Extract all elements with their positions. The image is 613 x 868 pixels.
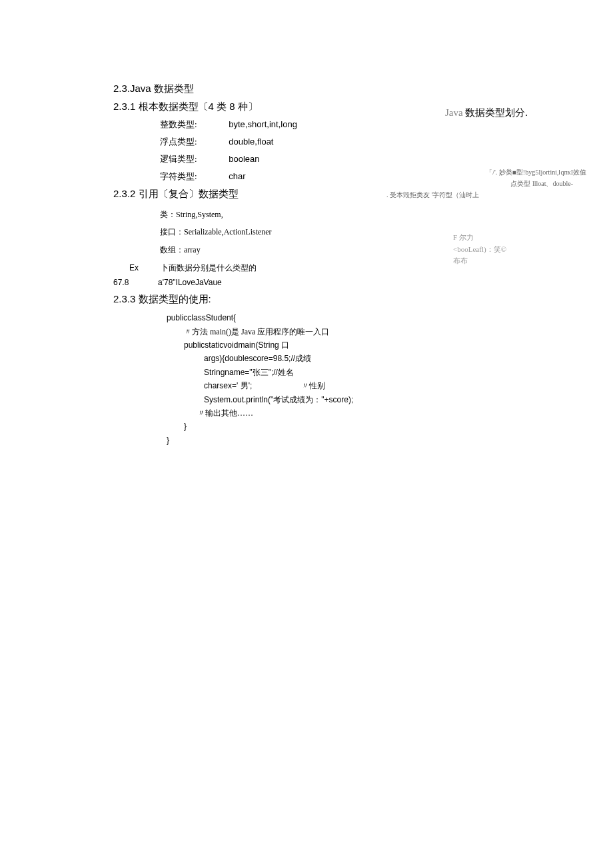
faded-line: 「/'. 妙类■型!byg5Ijortini,ⅠqпкI效值 (386, 167, 586, 178)
ex-val-a: 67.8 (113, 278, 156, 287)
type-value: char (229, 171, 245, 181)
type-label: 浮点类型: (160, 136, 213, 148)
faded-line: . 受本毁拒类友 '字符型（汕时上 (386, 189, 586, 201)
code-line: args){doublescore=98.5;//成绩 (204, 352, 560, 365)
code-line: Stringname="张三";//姓名 (204, 368, 294, 377)
type-label: 字符类型: (160, 171, 213, 183)
type-row-float: 浮点类型: double,float (160, 136, 560, 148)
right-faded-block: 「/'. 妙类■型!byg5Ijortini,ⅠqпкI效值 点类型 llloa… (386, 167, 586, 201)
code-line: publicclassStudent{ (167, 311, 560, 324)
code-block: publicclassStudent{ 〃方法 main()是 Java 应用程… (167, 311, 560, 447)
right-title: Java Java 数据类型划分.数据类型划分. (400, 107, 573, 119)
code-line: System.out.println("考试成绩为："+score); (204, 393, 560, 406)
type-label: 逻辑类型: (160, 153, 213, 165)
section-2-3-title: 2.3.Java 数据类型 (113, 83, 560, 95)
faded-line: 布布 (453, 255, 506, 267)
type-label: 整数类型: (160, 119, 213, 131)
code-line: 〃性别 (301, 381, 325, 390)
faded-line: <booLeafl)：笑© (453, 244, 506, 256)
code-line: 〃方法 main()是 Java 应用程序的唯一入口 (184, 325, 560, 338)
code-line: 〃输出其他…… (197, 406, 560, 420)
code-line: charsex=' 男'; (204, 381, 252, 390)
ex-text: 卜面数据分别是什么类型的 (161, 263, 257, 272)
type-value: double,float (229, 137, 273, 147)
code-line: } (167, 434, 560, 447)
type-value: boolean (229, 154, 259, 164)
type-row-bool: 逻辑类型: boolean (160, 153, 560, 165)
right-faded-block-2: F 尔力 <booLeafl)：笑© 布布 (453, 232, 506, 267)
faded-line: 点类型 llloat、double- (386, 178, 586, 189)
faded-line: F 尔力 (453, 232, 506, 244)
type-row-int: 整数类型: byte,short,int,long (160, 119, 560, 131)
section-2-3-3-title: 2.3.3 数据类型的使用: (113, 293, 560, 306)
code-line: publicstaticvoidmain(String 口 (184, 338, 560, 352)
ref-class: 类：String,System, (160, 206, 560, 223)
ex-val-b: a'78"ILoveJaVaue (158, 278, 222, 287)
code-line: } (184, 420, 560, 433)
ex-label: Ex (129, 263, 159, 272)
type-value: byte,short,int,long (229, 119, 297, 129)
